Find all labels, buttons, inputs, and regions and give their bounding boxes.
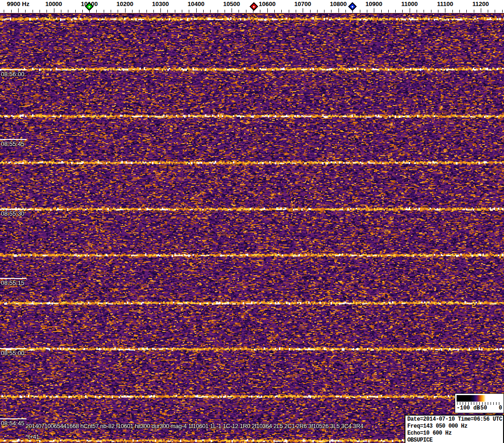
frequency-tick	[33, 10, 33, 13]
frequency-tick	[189, 10, 189, 13]
cursor-readout: ^t+41	[26, 434, 40, 440]
frequency-tick	[153, 10, 154, 13]
info-frequency: Freq=143 050 000 Hz	[407, 423, 501, 430]
frequency-label: 11100	[437, 0, 453, 7]
frequency-tick	[96, 10, 97, 13]
frequency-tick	[267, 8, 268, 13]
time-label: 08:56:00	[1, 71, 25, 78]
frequency-tick	[374, 8, 374, 13]
time-label: 08:54:45	[1, 420, 25, 427]
observation-info-box: Date=2014-07-10 Time=06:56 UTC Freq=143 …	[405, 415, 504, 443]
frequency-tick	[239, 10, 239, 13]
time-label: 08:55:00	[1, 350, 25, 357]
info-echo: Echo=10 600 Hz	[407, 430, 501, 437]
frequency-tick	[11, 10, 12, 13]
frequency-label: 10500	[223, 0, 240, 7]
time-tick	[0, 278, 27, 279]
time-tick	[0, 348, 27, 349]
frequency-tick	[54, 8, 54, 13]
frequency-tick	[345, 10, 346, 13]
time-label: 08:55:30	[1, 210, 25, 217]
frequency-label: 10200	[117, 0, 133, 7]
frequency-tick	[75, 10, 76, 13]
frequency-label: 10300	[152, 0, 169, 7]
frequency-tick	[218, 10, 218, 13]
time-tick	[0, 209, 27, 210]
db-gradient-bar	[457, 395, 502, 402]
frequency-tick	[68, 10, 68, 13]
db-label-mid: -50	[477, 405, 487, 411]
frequency-tick	[18, 8, 19, 13]
frequency-tick	[274, 10, 275, 13]
detection-annotation: 20140710065441668 hCnt57 nb-82 f10601 hi…	[26, 423, 364, 430]
frequency-tick	[395, 10, 396, 13]
frequency-tick	[246, 10, 246, 13]
frequency-tick	[331, 10, 332, 13]
frequency-tick	[445, 8, 445, 13]
frequency-tick	[111, 10, 111, 13]
frequency-tick	[225, 10, 225, 13]
db-label-min: -100 dB	[457, 405, 480, 411]
time-label: 08:55:45	[1, 140, 25, 147]
frequency-tick	[260, 10, 260, 13]
frequency-label: 10800	[330, 0, 347, 7]
db-label-max: 0	[499, 405, 502, 411]
frequency-tick	[118, 10, 118, 13]
frequency-tick	[139, 10, 139, 13]
frequency-tick	[381, 10, 382, 13]
frequency-tick	[367, 10, 367, 13]
frequency-tick	[82, 10, 83, 13]
time-label: 08:55:15	[1, 279, 25, 286]
frequency-tick	[481, 8, 481, 13]
info-station: OBSUPICE	[407, 437, 501, 443]
frequency-tick	[474, 10, 474, 13]
time-tick	[0, 418, 27, 419]
frequency-tick	[46, 10, 47, 13]
frequency-tick	[502, 10, 503, 13]
frequency-tick	[25, 10, 26, 13]
db-scale-labels: -100 dB -50 0	[457, 405, 502, 412]
frequency-tick	[104, 10, 104, 13]
frequency-label: 10600	[259, 0, 276, 7]
frequency-tick	[317, 10, 318, 13]
frequency-label: 10000	[45, 0, 62, 7]
frequency-tick	[182, 10, 182, 13]
frequency-label: 10900	[365, 0, 382, 7]
marker-red-diamond-icon[interactable]	[250, 2, 258, 11]
frequency-tick	[338, 8, 339, 13]
frequency-tick	[40, 10, 40, 13]
frequency-label: 10700	[294, 0, 311, 7]
frequency-tick	[175, 10, 175, 13]
frequency-tick	[296, 10, 296, 13]
frequency-tick	[232, 8, 232, 13]
frequency-tick	[360, 10, 360, 13]
frequency-tick	[203, 10, 204, 13]
frequency-label: 9900 Hz	[7, 0, 29, 7]
marker-blue-center-dot	[351, 6, 353, 7]
frequency-tick	[146, 10, 147, 13]
spectrogram-canvas[interactable]	[0, 13, 504, 443]
frequency-tick	[4, 10, 4, 13]
frequency-tick	[431, 10, 431, 13]
marker-red-center-dot	[253, 6, 255, 7]
frequency-tick	[402, 10, 403, 13]
frequency-tick	[388, 10, 389, 13]
frequency-tick	[281, 10, 282, 13]
frequency-tick	[132, 10, 133, 13]
frequency-label: 10400	[188, 0, 205, 7]
frequency-tick	[452, 10, 453, 13]
time-tick	[0, 139, 27, 140]
frequency-tick	[324, 10, 325, 13]
db-color-scale: -100 dB -50 0	[455, 393, 504, 413]
frequency-label: 11200	[472, 0, 489, 7]
marker-blue-diamond-icon[interactable]	[348, 2, 357, 11]
marker-green-center-dot	[88, 6, 90, 7]
frequency-tick	[61, 10, 61, 13]
frequency-tick	[125, 8, 126, 13]
frequency-tick	[303, 8, 303, 13]
frequency-tick	[466, 10, 467, 13]
waterfall-screen: 9900 Hz100001010010200103001040010500106…	[0, 0, 504, 443]
frequency-label: 11000	[401, 0, 418, 7]
frequency-tick	[310, 10, 311, 13]
info-date-time: Date=2014-07-10 Time=06:56 UTC	[407, 416, 501, 423]
